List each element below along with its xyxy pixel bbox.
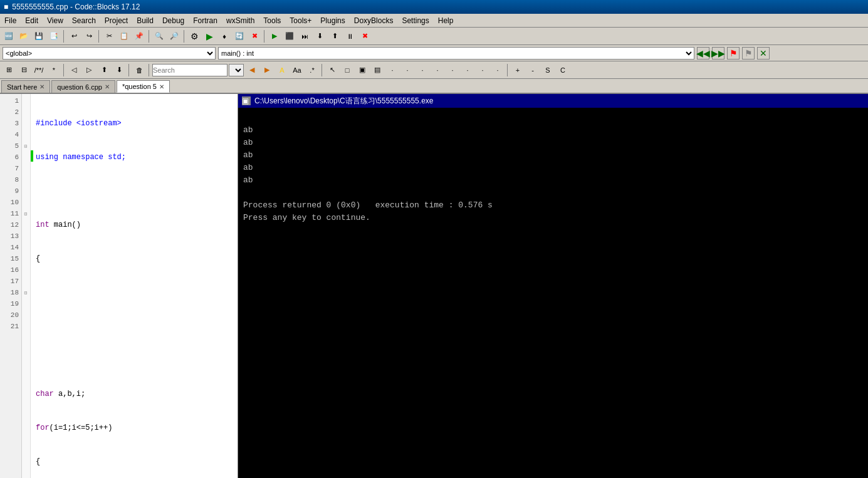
- search-input[interactable]: [152, 64, 227, 76]
- code-editor[interactable]: 12345 678910 1112131415 1617181920 21 ⊟ …: [0, 94, 238, 478]
- tb2-regex[interactable]: .*: [305, 63, 319, 77]
- tb2-dot2[interactable]: ·: [400, 63, 414, 77]
- sep5: [264, 30, 265, 43]
- menu-item-fortran[interactable]: Fortran: [189, 15, 222, 26]
- open-btn[interactable]: 📂: [17, 29, 31, 43]
- redo-btn[interactable]: ↪: [82, 29, 96, 43]
- menu-item-build[interactable]: Build: [132, 15, 158, 26]
- menu-item-debug[interactable]: Debug: [158, 15, 189, 26]
- tb2-dot1[interactable]: ·: [385, 63, 399, 77]
- tb2-fwd[interactable]: ▶: [260, 63, 274, 77]
- window-title: 5555555555.cpp - Code::Blocks 17.12: [12, 3, 140, 11]
- tab-question5[interactable]: *question 5 ✕: [117, 80, 170, 93]
- sep-t2-2: [128, 64, 130, 76]
- tb2-prev[interactable]: ◁: [67, 63, 81, 77]
- tb2-next[interactable]: ▷: [82, 63, 96, 77]
- menu-item-doxyblocks[interactable]: DoxyBlocks: [350, 15, 398, 26]
- step-in-btn[interactable]: ⬇: [313, 29, 327, 43]
- menu-item-project[interactable]: Project: [100, 15, 132, 26]
- tb2-cursor[interactable]: ↖: [325, 63, 339, 77]
- code-content[interactable]: #include <iostream> using namespace std;…: [33, 94, 238, 478]
- tab-question6[interactable]: question 6.cpp ✕: [51, 80, 115, 93]
- tb2-jump2[interactable]: ⬇: [112, 63, 126, 77]
- tab-close-q5[interactable]: ✕: [159, 83, 164, 90]
- build-run-btn[interactable]: ♦: [217, 29, 231, 43]
- terminal-panel: ▣ C:\Users\lenovo\Desktop\C语言练习\55555555…: [238, 94, 868, 478]
- menu-item-tools[interactable]: Tools: [259, 15, 285, 26]
- tb2-jump[interactable]: ⬆: [97, 63, 111, 77]
- sep-t2-4: [322, 64, 323, 76]
- tb2-dot6[interactable]: ·: [461, 63, 474, 77]
- tb2-dot3[interactable]: ·: [416, 63, 429, 77]
- menu-item-view[interactable]: View: [43, 15, 68, 26]
- menu-item-plugins[interactable]: Plugins: [316, 15, 349, 26]
- tb2-comment[interactable]: /**/: [32, 63, 46, 77]
- copy-btn[interactable]: 📋: [117, 29, 131, 43]
- tb2-C[interactable]: C: [556, 63, 570, 77]
- find-btn[interactable]: 🔍: [152, 29, 166, 43]
- tb2-2[interactable]: ⊟: [17, 63, 31, 77]
- sep-t2-5: [507, 64, 508, 76]
- search-dropdown[interactable]: [229, 64, 244, 76]
- tb2-dot5[interactable]: ·: [446, 63, 459, 77]
- undo-btn[interactable]: ↩: [67, 29, 81, 43]
- new-btn[interactable]: 🆕: [2, 29, 16, 43]
- menu-item-search[interactable]: Search: [68, 15, 100, 26]
- abort-btn[interactable]: ✖: [358, 29, 372, 43]
- debug-btn[interactable]: ▶: [268, 29, 281, 43]
- menu-item-wxsmith[interactable]: wxSmith: [222, 15, 259, 26]
- scope-right[interactable]: main() : int: [218, 47, 694, 60]
- tab-start-here[interactable]: Start here ✕: [1, 80, 50, 93]
- run-btn[interactable]: ▶: [202, 29, 216, 43]
- pause-btn[interactable]: ⏸: [343, 29, 357, 43]
- paste-btn[interactable]: 📌: [132, 29, 146, 43]
- tb2-zoomin[interactable]: +: [511, 63, 525, 77]
- menu-item-tools+[interactable]: Tools+: [285, 15, 316, 26]
- tb2-dot8[interactable]: ·: [491, 63, 505, 77]
- tb2-1[interactable]: ⊞: [2, 63, 16, 77]
- tb2-erase[interactable]: 🗑: [132, 63, 146, 77]
- menu-item-help[interactable]: Help: [434, 15, 458, 26]
- scope-left[interactable]: <global>: [3, 47, 216, 60]
- tb2-col[interactable]: ▤: [370, 63, 384, 77]
- replace-btn[interactable]: 🔎: [167, 29, 181, 43]
- tb2-dot7[interactable]: ·: [476, 63, 489, 77]
- tab-close-q6[interactable]: ✕: [105, 83, 110, 90]
- cut-btn[interactable]: ✂: [102, 29, 116, 43]
- nav-close[interactable]: ✕: [757, 47, 770, 60]
- nav-back[interactable]: ◀◀: [697, 47, 709, 60]
- tb2-zoomout[interactable]: -: [526, 63, 540, 77]
- step-next-btn[interactable]: ⏭: [298, 29, 311, 43]
- tb2-dot4[interactable]: ·: [431, 63, 444, 77]
- menubar: FileEditViewSearchProjectBuildDebugFortr…: [0, 14, 868, 28]
- tab-close-start[interactable]: ✕: [39, 83, 44, 90]
- save-btn[interactable]: 💾: [32, 29, 46, 43]
- tb2-S[interactable]: S: [541, 63, 555, 77]
- stop-btn[interactable]: ✖: [248, 29, 261, 43]
- step-out-btn[interactable]: ⬆: [328, 29, 342, 43]
- tb2-select[interactable]: ▣: [355, 63, 369, 77]
- sep3: [149, 30, 150, 43]
- tb2-aa[interactable]: Aa: [290, 63, 304, 77]
- sep2: [98, 30, 100, 43]
- tb2-back[interactable]: ◀: [245, 63, 259, 77]
- debug-stop-btn[interactable]: ⬛: [283, 29, 296, 43]
- menu-item-file[interactable]: File: [0, 15, 21, 26]
- nav-fwd[interactable]: ▶▶: [712, 47, 724, 60]
- fold-area: ⊟ ⊟ ⊟: [22, 94, 31, 478]
- build-btn[interactable]: ⚙: [187, 29, 201, 43]
- scopebar: <global> main() : int ◀◀ ▶▶ ⚑ ⚑ ✕: [0, 45, 868, 61]
- tab-label: Start here: [7, 83, 37, 91]
- nav-flag[interactable]: ⚑: [727, 47, 740, 60]
- tb2-rect[interactable]: □: [340, 63, 354, 77]
- menu-item-edit[interactable]: Edit: [21, 15, 43, 26]
- nav-flag2[interactable]: ⚑: [742, 47, 755, 60]
- save-all-btn[interactable]: 📑: [47, 29, 61, 43]
- menu-item-settings[interactable]: Settings: [397, 15, 433, 26]
- tb2-highlight[interactable]: A: [275, 63, 289, 77]
- rebuild-btn[interactable]: 🔄: [233, 29, 246, 43]
- tb2-uncomment[interactable]: *: [47, 63, 61, 77]
- code-area[interactable]: 12345 678910 1112131415 1617181920 21 ⊟ …: [0, 94, 238, 478]
- toolbar-2: ⊞ ⊟ /**/ * ◁ ▷ ⬆ ⬇ 🗑 ◀ ▶ A Aa .* ↖ □ ▣ ▤…: [0, 61, 868, 79]
- tab-label: question 6.cpp: [57, 83, 102, 91]
